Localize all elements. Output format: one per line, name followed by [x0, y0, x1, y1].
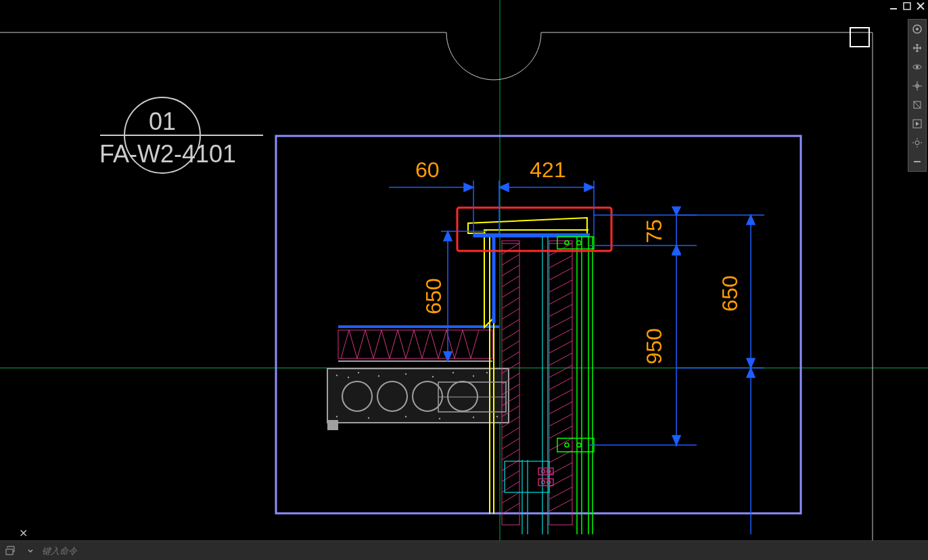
bubble-number: 01	[149, 108, 176, 135]
svg-point-35	[577, 241, 581, 245]
orbit-icon[interactable]	[908, 57, 926, 76]
svg-point-11	[405, 416, 407, 417]
svg-point-83	[915, 141, 919, 145]
svg-point-8	[486, 372, 488, 373]
panel-close-icon[interactable]: ✕	[19, 527, 28, 540]
command-bar	[0, 540, 928, 560]
svg-point-0	[336, 375, 338, 376]
dim-421-text: 421	[530, 158, 565, 182]
close-icon[interactable]	[916, 1, 925, 11]
svg-point-7	[473, 375, 474, 377]
svg-point-13	[473, 417, 474, 418]
cmd-recent-icon[interactable]	[3, 543, 18, 558]
svg-marker-43	[464, 183, 473, 191]
dim-950-text: 950	[642, 328, 666, 364]
svg-marker-67	[747, 368, 755, 377]
drawing-canvas[interactable]: 01 FA-W2-4101	[0, 0, 928, 541]
pan-icon[interactable]	[908, 39, 926, 57]
svg-marker-47	[584, 183, 594, 191]
command-input[interactable]	[41, 545, 928, 557]
bolts	[538, 468, 553, 486]
ucs-marker	[850, 28, 869, 47]
svg-point-9	[336, 416, 338, 417]
svg-point-38	[577, 443, 581, 447]
minimize-icon[interactable]	[889, 1, 898, 11]
dim-650-r-text: 650	[718, 275, 742, 311]
svg-marker-46	[499, 183, 509, 191]
svg-marker-55	[672, 207, 680, 215]
svg-marker-51	[444, 352, 452, 361]
nav-settings-icon[interactable]	[908, 133, 926, 152]
svg-marker-65	[747, 358, 755, 368]
dim-650-r	[676, 215, 764, 534]
svg-point-3	[378, 375, 379, 377]
maximize-icon[interactable]	[902, 1, 912, 11]
nav-play-icon[interactable]	[908, 114, 926, 133]
insul-top	[338, 330, 492, 358]
svg-point-1	[348, 377, 349, 378]
svg-point-73	[916, 28, 919, 30]
nav-collapse-icon[interactable]	[908, 152, 926, 171]
svg-point-32	[547, 481, 551, 484]
slab-end-l	[327, 420, 338, 430]
dim-60-text: 60	[415, 158, 440, 182]
svg-point-2	[358, 372, 359, 373]
nav-wheel-icon[interactable]	[908, 20, 926, 39]
dim-75-text: 75	[642, 219, 666, 243]
svg-point-5	[432, 376, 434, 377]
svg-point-75	[916, 66, 919, 68]
svg-marker-60	[672, 436, 680, 445]
nav-cross-icon[interactable]	[908, 76, 926, 95]
svg-point-14	[496, 416, 498, 417]
svg-rect-17	[549, 241, 572, 525]
slab-rect	[327, 369, 509, 423]
nav-box-icon[interactable]	[908, 95, 926, 114]
svg-point-4	[405, 373, 407, 375]
svg-rect-69	[904, 3, 910, 9]
dim-650-l-text: 650	[421, 278, 446, 314]
mullions	[577, 237, 593, 534]
svg-point-34	[565, 241, 569, 245]
svg-point-37	[565, 443, 569, 447]
viewport-box[interactable]	[276, 136, 801, 513]
svg-line-80	[914, 101, 921, 108]
top-arc	[446, 32, 541, 80]
svg-marker-50	[444, 231, 452, 241]
nav-toolbar	[908, 19, 927, 172]
svg-point-30	[547, 470, 551, 473]
svg-rect-28	[538, 479, 553, 486]
svg-marker-64	[747, 215, 755, 225]
svg-point-31	[542, 481, 545, 484]
svg-marker-82	[916, 122, 919, 126]
svg-point-12	[439, 418, 440, 419]
window-controls	[889, 1, 925, 11]
svg-point-29	[542, 470, 545, 473]
cmd-chevron-icon[interactable]	[23, 543, 38, 558]
svg-rect-89	[6, 549, 13, 555]
insul-wall-r	[549, 241, 572, 525]
svg-point-10	[368, 417, 369, 419]
bubble-tag: FA-W2-4101	[99, 140, 236, 168]
svg-point-6	[453, 372, 454, 373]
